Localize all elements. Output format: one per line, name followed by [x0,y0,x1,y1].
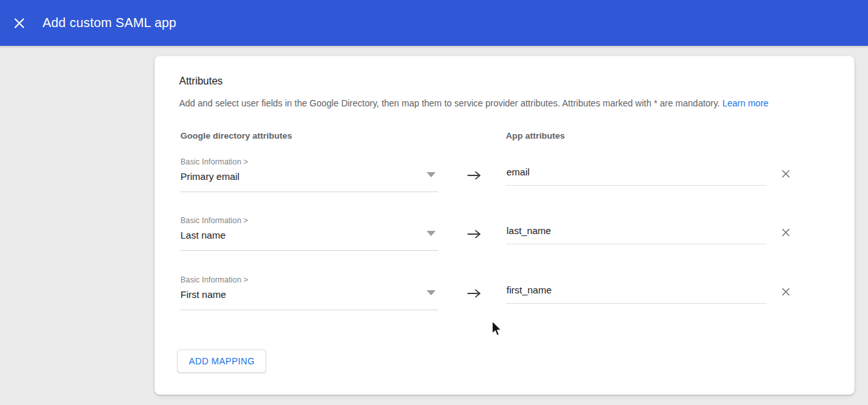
directory-category-label: Basic Information > [180,157,248,166]
delete-x-icon [780,286,791,297]
directory-attribute-select[interactable]: Basic Information > First name [180,275,438,310]
delete-mapping-button[interactable] [776,223,795,241]
directory-attribute-value: Last name [180,230,226,241]
close-button[interactable] [12,15,27,31]
directory-category-label: Basic Information > [180,275,248,284]
directory-category-label: Basic Information > [180,216,248,225]
maps-to-arrow-icon [466,285,483,302]
column-header-app: App attributes [506,131,565,141]
column-header-directory: Google directory attributes [180,131,292,141]
mapping-row: Basic Information > Primary email [180,157,793,197]
attributes-description: Add and select user fields in the Google… [179,97,830,110]
attributes-card: Attributes Add and select user fields in… [155,56,854,395]
dropdown-caret-icon [427,231,436,236]
learn-more-link[interactable]: Learn more [722,98,769,108]
maps-to-arrow-icon [466,167,483,184]
app-attribute-input[interactable] [506,221,767,244]
close-icon [12,16,26,30]
mapping-row: Basic Information > Last name [180,216,793,256]
directory-attribute-select[interactable]: Basic Information > Primary email [180,157,438,192]
directory-attribute-select[interactable]: Basic Information > Last name [180,216,438,251]
dropdown-caret-icon [427,290,436,295]
mapping-row: Basic Information > First name [180,275,793,315]
delete-mapping-button[interactable] [776,282,795,301]
screen: Add custom SAML app Attributes Add and s… [0,0,868,405]
app-attribute-input[interactable] [506,163,767,186]
maps-to-arrow-icon [466,226,483,242]
app-attribute-input[interactable] [506,281,767,304]
directory-attribute-value: Primary email [180,171,240,182]
dropdown-caret-icon [427,172,436,177]
add-mapping-button[interactable]: ADD MAPPING [177,350,266,373]
attributes-heading: Attributes [179,75,223,87]
dialog-title: Add custom SAML app [43,15,177,30]
dialog-header: Add custom SAML app [0,0,868,46]
description-text: Add and select user fields in the Google… [179,98,720,108]
delete-x-icon [780,168,791,179]
delete-mapping-button[interactable] [776,164,795,183]
directory-attribute-value: First name [180,289,226,300]
delete-x-icon [780,227,791,238]
